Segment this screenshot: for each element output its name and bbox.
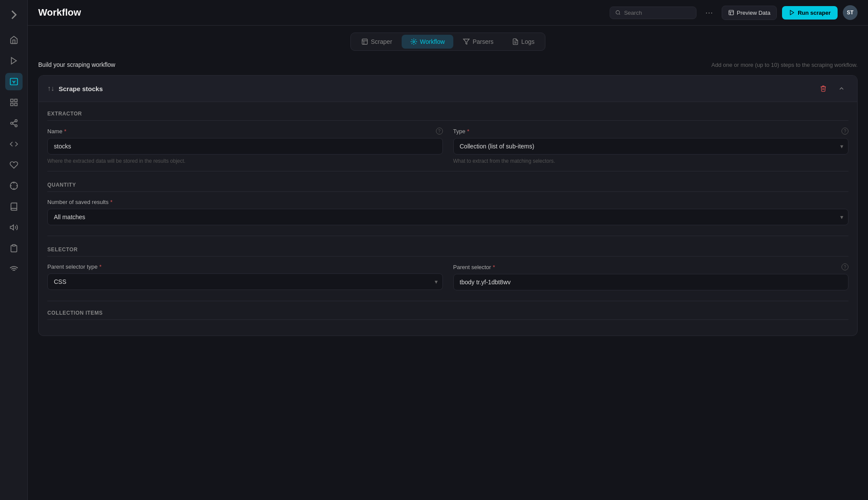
results-select[interactable]: All matches First match Last match Custo… xyxy=(47,209,848,225)
svg-point-8 xyxy=(10,122,13,125)
build-hint: Add one or more (up to 10) steps to the … xyxy=(711,62,858,68)
topbar: Workflow ⋯ Preview Data xyxy=(28,0,868,26)
run-icon xyxy=(789,10,795,16)
parent-selector-help-icon[interactable]: ? xyxy=(842,263,848,270)
section-divider-1 xyxy=(47,171,848,171)
svg-point-9 xyxy=(15,125,17,127)
svg-marker-0 xyxy=(11,58,17,64)
name-help-icon[interactable]: ? xyxy=(436,128,443,135)
tab-workflow[interactable]: Workflow xyxy=(402,35,453,49)
tab-scraper[interactable]: Scraper xyxy=(353,35,401,49)
sidebar-item-megaphone[interactable] xyxy=(5,219,23,236)
trash-icon xyxy=(820,85,827,92)
chevron-up-icon xyxy=(838,85,845,92)
parent-type-select[interactable]: CSS XPath xyxy=(47,273,443,290)
parent-type-select-wrapper: CSS XPath ▾ xyxy=(47,273,443,290)
search-box[interactable] xyxy=(610,7,696,19)
sidebar-item-home[interactable] xyxy=(5,31,23,49)
name-hint: Where the extracted data will be stored … xyxy=(47,158,443,164)
search-icon xyxy=(615,10,620,16)
sidebar-item-soccer[interactable] xyxy=(5,177,23,194)
card-header-right xyxy=(816,82,848,95)
sidebar-item-heart[interactable] xyxy=(5,156,23,174)
more-options-button[interactable]: ⋯ xyxy=(702,6,716,19)
sidebar-item-book[interactable] xyxy=(5,198,23,215)
svg-rect-14 xyxy=(12,245,15,246)
sidebar-item-grid[interactable] xyxy=(5,94,23,111)
tab-workflow-label: Workflow xyxy=(420,38,445,45)
parent-selector-input[interactable] xyxy=(453,274,849,290)
content-area: Build your scraping workflow Add one or … xyxy=(28,58,868,500)
search-input[interactable] xyxy=(624,10,691,16)
page-title: Workflow xyxy=(38,7,81,18)
svg-rect-19 xyxy=(362,39,367,44)
svg-marker-13 xyxy=(10,225,13,230)
svg-line-10 xyxy=(13,124,15,125)
type-form-group: Type* ? Collection (list of sub-items) S… xyxy=(453,128,849,164)
quantity-label: Quantity xyxy=(47,182,848,192)
selector-label: Selector xyxy=(47,247,848,257)
avatar: ST xyxy=(843,5,858,20)
name-label-row: Name* ? xyxy=(47,128,443,135)
parent-selector-label: Parent selector* xyxy=(453,264,495,270)
tab-logs[interactable]: Logs xyxy=(503,35,543,49)
sidebar-item-clipboard[interactable] xyxy=(5,240,23,257)
parent-type-label: Parent selector type* xyxy=(47,263,443,270)
type-label-row: Type* ? xyxy=(453,128,849,135)
results-label: Number of saved results* xyxy=(47,199,848,205)
svg-rect-5 xyxy=(10,103,13,106)
svg-rect-1 xyxy=(10,79,17,85)
svg-line-11 xyxy=(13,121,15,122)
svg-point-15 xyxy=(616,10,619,14)
sidebar-item-terminal[interactable] xyxy=(5,73,23,90)
tabs-bar: Scraper Workflow Parsers xyxy=(28,26,868,58)
preview-icon xyxy=(728,10,734,16)
sidebar-item-code[interactable] xyxy=(5,135,23,153)
card-title: Scrape stocks xyxy=(59,85,103,92)
collection-items-section: Collection Items xyxy=(47,310,848,320)
type-hint: What to extract from the matching select… xyxy=(453,158,849,164)
card-header: ↑↓ Scrape stocks xyxy=(39,76,857,102)
type-select-wrapper: Collection (list of sub-items) Single it… xyxy=(453,138,849,155)
selector-form-row: Parent selector type* CSS XPath ▾ xyxy=(47,263,848,290)
tab-parsers-label: Parsers xyxy=(472,38,493,45)
sidebar-item-play[interactable] xyxy=(5,52,23,69)
delete-step-button[interactable] xyxy=(816,82,830,95)
logs-tab-icon xyxy=(512,38,519,45)
parsers-tab-icon xyxy=(463,38,470,45)
extractor-form-row: Name* ? Where the extracted data will be… xyxy=(47,128,848,164)
tab-parsers[interactable]: Parsers xyxy=(454,35,502,49)
collapse-button[interactable] xyxy=(835,82,848,95)
svg-rect-3 xyxy=(10,99,13,102)
svg-marker-23 xyxy=(464,39,469,44)
svg-line-16 xyxy=(619,13,620,14)
parent-selector-form-group: Parent selector* ? xyxy=(453,263,849,290)
main-content: Workflow ⋯ Preview Data xyxy=(28,0,868,500)
sidebar-item-share[interactable] xyxy=(5,115,23,132)
build-title: Build your scraping workflow xyxy=(38,61,115,68)
preview-data-button[interactable]: Preview Data xyxy=(722,6,777,20)
type-help-icon[interactable]: ? xyxy=(842,128,848,135)
tabs-container: Scraper Workflow Parsers xyxy=(350,33,545,51)
name-input[interactable] xyxy=(47,138,443,155)
selector-section: Selector Parent selector type* CSS XPath xyxy=(47,247,848,290)
workflow-card: ↑↓ Scrape stocks xyxy=(38,75,858,336)
sidebar-toggle[interactable] xyxy=(6,7,22,23)
collection-items-label: Collection Items xyxy=(47,310,848,320)
sidebar-item-signal[interactable] xyxy=(5,260,23,278)
section-divider-3 xyxy=(47,301,848,301)
name-label: Name* xyxy=(47,128,66,135)
svg-marker-18 xyxy=(790,10,794,15)
name-form-group: Name* ? Where the extracted data will be… xyxy=(47,128,443,164)
card-body: Extractor Name* ? Where the extracte xyxy=(39,102,857,336)
section-divider-2 xyxy=(47,236,848,236)
tab-logs-label: Logs xyxy=(521,38,535,45)
type-label: Type* xyxy=(453,128,469,135)
build-header: Build your scraping workflow Add one or … xyxy=(38,58,858,68)
svg-rect-17 xyxy=(729,10,734,15)
type-select[interactable]: Collection (list of sub-items) Single it… xyxy=(453,138,849,155)
run-scraper-button[interactable]: Run scraper xyxy=(782,6,838,20)
card-header-left: ↑↓ Scrape stocks xyxy=(47,85,103,92)
sidebar xyxy=(0,0,28,500)
topbar-right: ⋯ Preview Data Run scraper ST xyxy=(610,5,858,20)
